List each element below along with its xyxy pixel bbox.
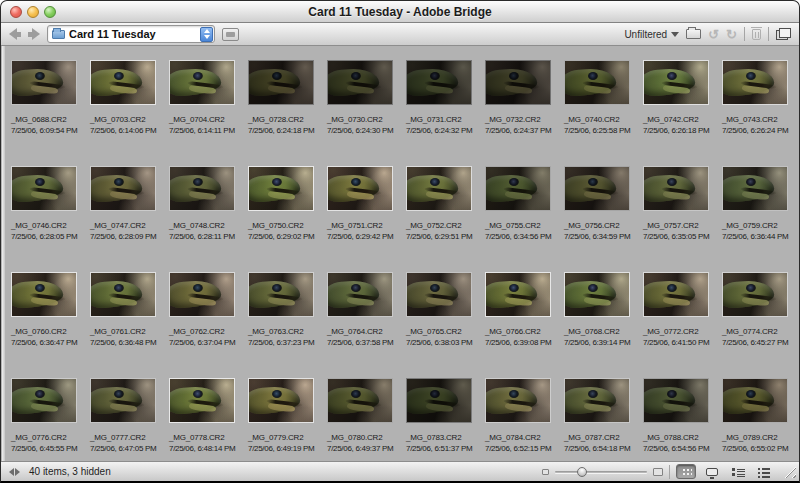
thumbnail-cell[interactable]: _MG_0768.CR27/25/06, 6:39:14 PM: [564, 272, 643, 378]
thumbnail-cell[interactable]: _MG_0774.CR27/25/06, 6:45:27 PM: [722, 272, 799, 378]
thumbnail-cell[interactable]: _MG_0757.CR27/25/06, 6:35:05 PM: [643, 166, 722, 272]
larger-thumbnails-icon[interactable]: [653, 468, 663, 476]
slider-track[interactable]: [555, 471, 647, 473]
thumbnail-cell[interactable]: _MG_0756.CR27/25/06, 6:34:59 PM: [564, 166, 643, 272]
photo-thumbnail[interactable]: [327, 272, 393, 317]
photo-thumbnail[interactable]: [485, 378, 551, 423]
thumbnail-cell[interactable]: _MG_0765.CR27/25/06, 6:38:03 PM: [406, 272, 485, 378]
thumbnail-cell[interactable]: _MG_0783.CR27/25/06, 6:51:37 PM: [406, 378, 485, 461]
thumbnail-cell[interactable]: _MG_0742.CR27/25/06, 6:26:18 PM: [643, 60, 722, 166]
photo-thumbnail[interactable]: [406, 272, 472, 317]
photo-thumbnail[interactable]: [248, 272, 314, 317]
photo-thumbnail[interactable]: [90, 166, 156, 211]
thumbnail-cell[interactable]: _MG_0760.CR27/25/06, 6:36:47 PM: [11, 272, 90, 378]
thumbnail-cell[interactable]: _MG_0787.CR27/25/06, 6:54:18 PM: [564, 378, 643, 461]
thumbnail-cell[interactable]: _MG_0776.CR27/25/06, 6:45:55 PM: [11, 378, 90, 461]
resize-grip[interactable]: [783, 465, 796, 478]
photo-thumbnail[interactable]: [722, 272, 788, 317]
thumbnail-cell[interactable]: _MG_0748.CR27/25/06, 6:28:11 PM: [169, 166, 248, 272]
photo-thumbnail[interactable]: [248, 60, 314, 105]
photo-thumbnail[interactable]: [169, 272, 235, 317]
thumbnail-cell[interactable]: _MG_0752.CR27/25/06, 6:29:51 PM: [406, 166, 485, 272]
thumbnail-cell[interactable]: _MG_0779.CR27/25/06, 6:49:19 PM: [248, 378, 327, 461]
photo-thumbnail[interactable]: [564, 60, 630, 105]
compact-mode-button[interactable]: [776, 28, 791, 40]
thumbnail-cell[interactable]: _MG_0762.CR27/25/06, 6:37:04 PM: [169, 272, 248, 378]
thumbnail-cell[interactable]: _MG_0788.CR27/25/06, 6:54:56 PM: [643, 378, 722, 461]
thumbnail-cell[interactable]: _MG_0759.CR27/25/06, 6:36:44 PM: [722, 166, 799, 272]
photo-thumbnail[interactable]: [169, 166, 235, 211]
thumbnail-cell[interactable]: _MG_0732.CR27/25/06, 6:24:37 PM: [485, 60, 564, 166]
folder-path-dropdown[interactable]: Card 11 Tuesday: [47, 25, 215, 43]
photo-thumbnail[interactable]: [248, 378, 314, 423]
minimize-button[interactable]: [27, 6, 39, 18]
thumbnail-cell[interactable]: _MG_0750.CR27/25/06, 6:29:02 PM: [248, 166, 327, 272]
photo-thumbnail[interactable]: [327, 60, 393, 105]
photo-thumbnail[interactable]: [90, 272, 156, 317]
photo-thumbnail[interactable]: [643, 166, 709, 211]
zoom-button[interactable]: [44, 6, 56, 18]
back-button[interactable]: [9, 28, 21, 40]
photo-thumbnail[interactable]: [11, 166, 77, 211]
thumbnail-cell[interactable]: _MG_0704.CR27/25/06, 6:14:11 PM: [169, 60, 248, 166]
photo-thumbnail[interactable]: [485, 60, 551, 105]
thumbnail-cell[interactable]: _MG_0731.CR27/25/06, 6:24:32 PM: [406, 60, 485, 166]
photo-thumbnail[interactable]: [406, 60, 472, 105]
thumbnail-cell[interactable]: _MG_0740.CR27/25/06, 6:25:58 PM: [564, 60, 643, 166]
photo-thumbnail[interactable]: [564, 378, 630, 423]
thumbnail-cell[interactable]: _MG_0772.CR27/25/06, 6:41:50 PM: [643, 272, 722, 378]
photo-thumbnail[interactable]: [90, 60, 156, 105]
photo-thumbnail[interactable]: [485, 166, 551, 211]
thumbnail-cell[interactable]: _MG_0777.CR27/25/06, 6:47:05 PM: [90, 378, 169, 461]
photo-thumbnail[interactable]: [327, 378, 393, 423]
photo-thumbnail[interactable]: [722, 378, 788, 423]
thumbnail-cell[interactable]: _MG_0746.CR27/25/06, 6:28:05 PM: [11, 166, 90, 272]
panel-divider[interactable]: [2, 46, 5, 461]
thumbnail-cell[interactable]: _MG_0763.CR27/25/06, 6:37:23 PM: [248, 272, 327, 378]
rotate-left-button[interactable]: ↺: [708, 28, 719, 41]
panel-toggle-icon[interactable]: [9, 468, 20, 476]
thumbnail-cell[interactable]: _MG_0764.CR27/25/06, 6:37:58 PM: [327, 272, 406, 378]
rotate-right-button[interactable]: ↻: [726, 28, 737, 41]
new-folder-button[interactable]: [686, 29, 701, 39]
browse-folders-icon[interactable]: [222, 28, 239, 41]
thumbnail-cell[interactable]: _MG_0784.CR27/25/06, 6:52:15 PM: [485, 378, 564, 461]
thumbnail-cell[interactable]: _MG_0789.CR27/25/06, 6:55:02 PM: [722, 378, 799, 461]
title-bar[interactable]: Card 11 Tuesday - Adobe Bridge: [1, 1, 799, 23]
forward-button[interactable]: [28, 28, 40, 40]
photo-thumbnail[interactable]: [643, 272, 709, 317]
photo-thumbnail[interactable]: [485, 272, 551, 317]
photo-thumbnail[interactable]: [90, 378, 156, 423]
photo-thumbnail[interactable]: [722, 166, 788, 211]
thumbnail-cell[interactable]: _MG_0730.CR27/25/06, 6:24:30 PM: [327, 60, 406, 166]
photo-thumbnail[interactable]: [248, 166, 314, 211]
thumbnail-cell[interactable]: _MG_0703.CR27/25/06, 6:14:06 PM: [90, 60, 169, 166]
filter-dropdown[interactable]: Unfiltered: [624, 29, 679, 40]
trash-button[interactable]: [752, 29, 761, 40]
photo-thumbnail[interactable]: [11, 60, 77, 105]
photo-thumbnail[interactable]: [643, 378, 709, 423]
photo-thumbnail[interactable]: [327, 166, 393, 211]
smaller-thumbnails-icon[interactable]: [542, 469, 549, 475]
thumbnail-size-slider[interactable]: [555, 466, 647, 478]
details-view-button[interactable]: [728, 464, 748, 479]
photo-thumbnail[interactable]: [169, 378, 235, 423]
photo-thumbnail[interactable]: [406, 166, 472, 211]
filmstrip-view-button[interactable]: [702, 464, 722, 479]
thumbnail-cell[interactable]: _MG_0780.CR27/25/06, 6:49:37 PM: [327, 378, 406, 461]
versions-view-button[interactable]: [754, 464, 774, 479]
thumbnail-cell[interactable]: _MG_0751.CR27/25/06, 6:29:42 PM: [327, 166, 406, 272]
thumbnail-cell[interactable]: _MG_0778.CR27/25/06, 6:48:14 PM: [169, 378, 248, 461]
photo-thumbnail[interactable]: [643, 60, 709, 105]
thumbnail-cell[interactable]: _MG_0766.CR27/25/06, 6:39:08 PM: [485, 272, 564, 378]
photo-thumbnail[interactable]: [722, 60, 788, 105]
photo-thumbnail[interactable]: [11, 272, 77, 317]
thumbnail-cell[interactable]: _MG_0755.CR27/25/06, 6:34:56 PM: [485, 166, 564, 272]
thumbnail-cell[interactable]: _MG_0728.CR27/25/06, 6:24:18 PM: [248, 60, 327, 166]
thumbnail-cell[interactable]: _MG_0688.CR27/25/06, 6:09:54 PM: [11, 60, 90, 166]
thumbnail-cell[interactable]: _MG_0743.CR27/25/06, 6:26:24 PM: [722, 60, 799, 166]
photo-thumbnail[interactable]: [406, 378, 472, 423]
thumbnail-cell[interactable]: _MG_0761.CR27/25/06, 6:36:48 PM: [90, 272, 169, 378]
thumbnails-view-button[interactable]: [676, 464, 696, 479]
photo-thumbnail[interactable]: [169, 60, 235, 105]
